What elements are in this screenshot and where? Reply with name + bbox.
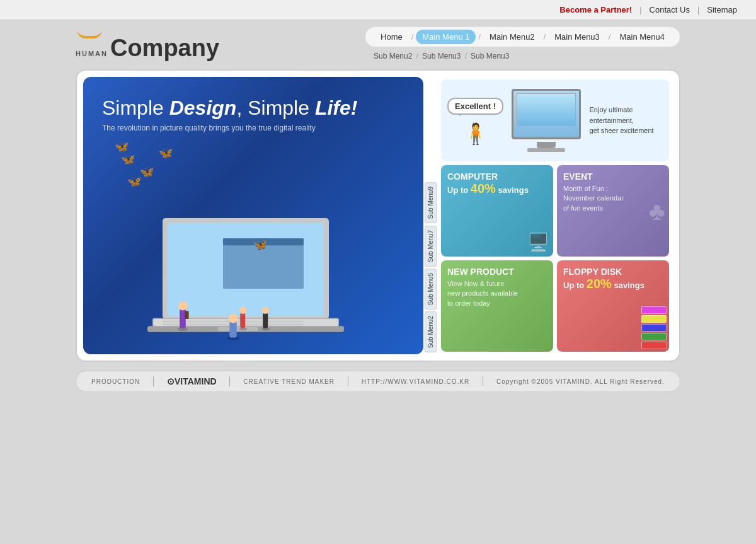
divider2: | bbox=[697, 5, 699, 14]
event-cell[interactable]: EVENT Month of Fun :November calendarof … bbox=[557, 165, 669, 257]
newproduct-cell-title: NEW PRODUCT bbox=[447, 267, 547, 277]
monitor-image bbox=[510, 89, 583, 152]
sub-nav-item3[interactable]: Sub Menu3 bbox=[471, 52, 509, 61]
newproduct-cell[interactable]: NEW PRODUCT View New & futurenew product… bbox=[441, 260, 553, 352]
banner-title-mid: , Simple bbox=[236, 96, 314, 119]
floppy-cell-title: Floppy disk bbox=[563, 267, 663, 277]
excellent-panel: Excellent ! 🧍 Enjoy ultimate entertainme… bbox=[441, 79, 669, 161]
newproduct-cell-body: View New & futurenew products availablet… bbox=[447, 279, 547, 308]
banner-bold-life: Life! bbox=[315, 96, 358, 119]
banner-title: Simple Design, Simple Life! bbox=[102, 96, 357, 120]
event-cell-body: Month of Fun :November calendarof fun ev… bbox=[563, 184, 663, 213]
svg-rect-15 bbox=[240, 313, 245, 328]
header: HUMAN Company Home / Main Menu 1 / Main … bbox=[76, 20, 680, 63]
navigation-area: Home / Main Menu 1 / Main Menu2 / Main M… bbox=[365, 26, 680, 63]
left-banner: Simple Design, Simple Life! The revoluti… bbox=[83, 77, 423, 354]
footer-divider3 bbox=[348, 376, 348, 386]
nav-home[interactable]: Home bbox=[374, 30, 409, 44]
butterfly-purple-icon: 🦋 bbox=[127, 175, 141, 188]
bottom-grid: Computer Up to 40% savings 🖥️ EVENT Mont… bbox=[441, 165, 669, 352]
speech-bubble: Excellent ! bbox=[447, 98, 503, 115]
main-nav: Home / Main Menu 1 / Main Menu2 / Main M… bbox=[365, 26, 680, 47]
floppy-cell[interactable]: Floppy disk Up to 20% savings bbox=[557, 260, 669, 352]
side-tab-2[interactable]: Sub Menu2 bbox=[425, 311, 437, 352]
svg-point-22 bbox=[229, 314, 238, 323]
side-tab-7[interactable]: Sub Menu7 bbox=[425, 226, 437, 267]
banner-bold-design: Design bbox=[169, 96, 237, 119]
svg-rect-9 bbox=[218, 327, 258, 331]
computer-cell-title: Computer bbox=[447, 171, 547, 182]
computer-cell-highlight: Up to 40% savings bbox=[447, 182, 547, 196]
become-partner-link[interactable]: Become a Partner! bbox=[559, 5, 632, 14]
clover-icon: ♣ bbox=[649, 197, 665, 225]
floppy-cell-highlight: Up to 20% savings bbox=[563, 277, 663, 291]
footer-divider4 bbox=[483, 376, 483, 386]
excellent-description: Enjoy ultimate entertainment,get sheer e… bbox=[590, 105, 663, 136]
logo-company-text: Company bbox=[110, 36, 219, 60]
divider1: | bbox=[639, 5, 641, 14]
svg-text:🦋: 🦋 bbox=[253, 238, 267, 252]
computer-cell-icon: 🖥️ bbox=[527, 232, 549, 253]
svg-rect-18 bbox=[263, 313, 268, 328]
computer-cell[interactable]: Computer Up to 40% savings 🖥️ bbox=[441, 165, 553, 257]
nav-mainmenu3[interactable]: Main Menu3 bbox=[548, 30, 606, 44]
butterfly-blue-icon: 🦋 bbox=[159, 146, 173, 160]
logo-human-text: HUMAN bbox=[76, 50, 108, 57]
nav-mainmenu4[interactable]: Main Menu4 bbox=[613, 30, 671, 44]
sub-nav-item2[interactable]: Sub Menu3 bbox=[422, 52, 461, 61]
footer: PRODUCTION ⊙VITAMIND CREATIVE TREND MAKE… bbox=[76, 371, 680, 392]
contact-us-link[interactable]: Contact Us bbox=[650, 5, 690, 14]
footer-logo: ⊙VITAMIND bbox=[167, 376, 217, 386]
footer-production: PRODUCTION bbox=[91, 378, 140, 385]
sub-nav-item1[interactable]: Sub Menu2 bbox=[374, 52, 412, 61]
nav-mainmenu2[interactable]: Main Menu2 bbox=[483, 30, 541, 44]
footer-divider1 bbox=[153, 376, 154, 386]
monitor-shape bbox=[512, 89, 581, 139]
monitor-stand bbox=[537, 142, 556, 148]
footer-url[interactable]: HTTP://WWW.VITAMIND.CO.KR bbox=[362, 378, 469, 385]
banner-title-prefix: Simple bbox=[102, 96, 169, 119]
top-bar: Become a Partner! | Contact Us | Sitemap bbox=[0, 0, 756, 20]
butterfly-green-icon: 🦋 bbox=[140, 165, 154, 179]
floppy-stack-icon bbox=[641, 306, 667, 349]
person-figure-icon: 🧍 bbox=[463, 124, 488, 144]
right-section: Sub Menu9 Sub Menu7 Sub Menu5 Sub Menu2 … bbox=[423, 77, 673, 354]
logo-area: HUMAN Company bbox=[76, 30, 219, 60]
butterfly-orange-icon: 🦋 bbox=[121, 153, 135, 166]
butterfly-red-icon: 🦋 bbox=[115, 140, 129, 154]
svg-point-19 bbox=[262, 307, 269, 314]
computer-cell-percent: 40% bbox=[471, 182, 496, 195]
laptop-illustration: 🦋 bbox=[83, 203, 423, 354]
svg-rect-13 bbox=[185, 311, 188, 319]
side-tab-9[interactable]: Sub Menu9 bbox=[425, 182, 437, 223]
footer-copyright: Copyright ©2005 VITAMIND. ALL Right Rese… bbox=[496, 378, 665, 385]
footer-divider2 bbox=[229, 376, 230, 386]
footer-tagline: CREATIVE TREND MAKER bbox=[243, 378, 335, 385]
sitemap-link[interactable]: Sitemap bbox=[707, 5, 737, 14]
nav-mainmenu1[interactable]: Main Menu 1 bbox=[416, 30, 476, 44]
banner-text: Simple Design, Simple Life! The revoluti… bbox=[102, 96, 357, 132]
side-tabs: Sub Menu9 Sub Menu7 Sub Menu5 Sub Menu2 bbox=[423, 77, 437, 354]
event-cell-title: EVENT bbox=[563, 171, 663, 182]
right-grid: Excellent ! 🧍 Enjoy ultimate entertainme… bbox=[437, 77, 673, 354]
svg-rect-21 bbox=[229, 321, 236, 338]
side-tab-5[interactable]: Sub Menu5 bbox=[425, 269, 437, 310]
excellent-left: Excellent ! 🧍 bbox=[447, 98, 503, 144]
svg-point-16 bbox=[239, 307, 246, 314]
banner-subtitle: The revolution in picture quality brings… bbox=[102, 124, 357, 132]
main-content: Simple Design, Simple Life! The revoluti… bbox=[76, 69, 680, 362]
floppy-cell-percent: 20% bbox=[587, 277, 612, 291]
sub-nav: Sub Menu2 / Sub Menu3 / Sub Menu3 bbox=[365, 49, 518, 63]
svg-point-12 bbox=[178, 301, 187, 310]
